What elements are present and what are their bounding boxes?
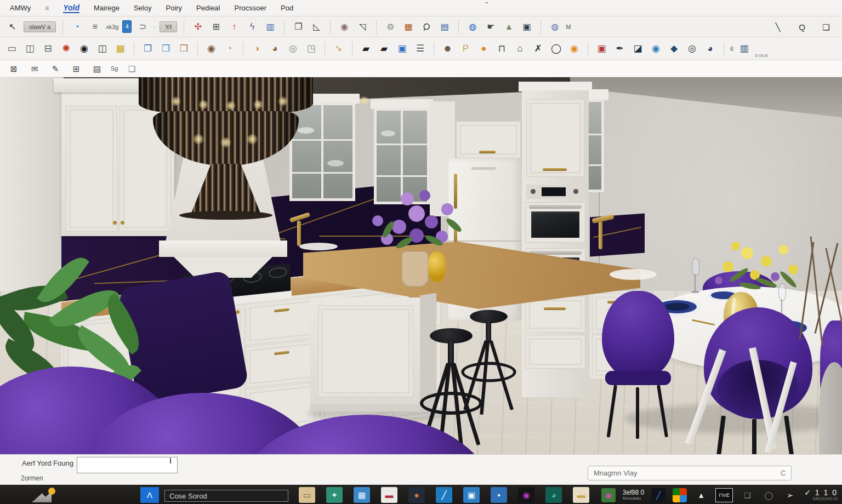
pen-stroke-icon[interactable]: ╲ [771,23,785,31]
taskbar-search[interactable]: Cose Sorod [164,490,288,502]
active-color-swatch[interactable]: 4 [122,20,132,33]
card-panel-icon[interactable]: ▤ [437,22,452,31]
design-app-icon[interactable]: ◉ [518,487,534,503]
layers-panel-icon[interactable]: ▥ [263,22,277,31]
weather-widget[interactable]: 3el98 0Mouuadu [623,489,644,501]
lens-circle-icon[interactable]: ◎ [286,44,300,53]
wood-circle-icon[interactable]: ◉ [204,44,219,53]
disc-icon[interactable]: ◉ [648,44,663,53]
hand-tool-icon[interactable]: ☛ [483,22,498,31]
store-app-icon[interactable]: ▪ [491,487,507,503]
window-panes-icon[interactable]: ❐ [291,22,305,31]
menu-item-poiry[interactable]: Poiry [166,4,182,12]
collapse-caret-icon[interactable]: ˆ [486,2,488,9]
doc-photo-icon[interactable]: ❒ [158,44,173,53]
measurement-box[interactable]: Mnagmn Vlay C [588,466,792,480]
lightning-icon[interactable]: ϟ [245,22,259,31]
photos-app-icon[interactable]: ▦ [354,487,370,503]
list-icon[interactable]: ☰ [413,44,428,53]
flip-cursor-icon[interactable]: ◹ [355,22,369,31]
teal-app-icon[interactable]: ◕ [545,487,562,503]
start-button[interactable] [32,488,64,502]
x-lines-icon[interactable]: ✗ [531,44,545,53]
easel-icon[interactable]: ⊓ [494,44,509,53]
menu-item-pod[interactable]: Pod [281,4,293,12]
sketch-pen-icon[interactable]: ✎ [48,65,62,73]
rotate-cursor-icon[interactable]: ◺ [309,22,323,31]
table-icon[interactable]: ▤ [90,65,104,73]
arc-icon[interactable]: ⊃ [135,22,150,31]
orange-half-circle-icon[interactable]: ◑ [249,44,264,53]
envelope-icon[interactable]: ✉ [27,65,42,73]
movies-app-icon[interactable]: ╱ [436,487,452,503]
zoom-tool-icon[interactable]: Ϙ [418,19,435,34]
building-icon[interactable]: ▥ [737,44,752,53]
orange-dot-icon[interactable]: ● [476,44,491,53]
browser-app-icon[interactable]: ● [408,487,425,503]
box-x-icon[interactable]: ⊠ [7,65,21,73]
screen-panel-icon[interactable]: ▣ [520,22,534,31]
portrait-icon[interactable]: ☻ [440,44,455,53]
dark-monitor-icon[interactable]: ◪ [630,44,645,53]
orbit-icon[interactable]: ◔ [70,22,84,31]
menu-item-seloy[interactable]: Seloy [134,4,152,12]
eye-icon[interactable]: ◉ [77,44,92,53]
up-arrow-icon[interactable]: ↑ [227,22,241,31]
slash-app-icon[interactable]: ╱ [651,488,665,502]
yellow-panel-icon[interactable]: ▩ [113,44,128,53]
pinned-app-icon[interactable]: Λ [140,487,159,503]
ink-pen-icon[interactable]: ✒ [612,44,627,53]
tray-window-icon[interactable]: ❏ [740,488,754,502]
camera-red-icon[interactable]: ▣ [594,44,609,53]
doc-tan-icon[interactable]: ❒ [177,44,191,53]
green-app-icon[interactable]: ✦ [326,487,343,503]
pie-circle-icon[interactable]: ◕ [703,44,718,53]
doc-blue-icon[interactable]: ❒ [140,44,155,53]
dark-plate2-icon[interactable]: ▰ [377,44,391,53]
yi-box-icon[interactable]: Y⁄I [160,21,177,32]
door-panel-icon[interactable]: ◫ [95,44,110,53]
materials-icon[interactable]: ▦ [401,22,416,31]
terrain-icon[interactable]: ▲ [502,22,516,31]
cart-sketch-icon[interactable]: ⌂ [513,44,527,53]
menu-item-amwy[interactable]: AMWy [10,4,31,12]
view-mode-button[interactable]: olawV a [24,21,56,32]
taskbar-clock[interactable]: ✓ 1 1 0ERICIUVIO IG [804,489,838,501]
check-circle-icon[interactable]: ◎ [685,44,699,53]
tray-circle-icon[interactable]: ◯ [761,488,776,502]
brown-circle-icon[interactable]: ◕ [268,44,282,53]
cream-circle-icon[interactable]: ◔ [222,44,237,53]
select-tool-icon[interactable]: ↖ [5,22,20,31]
frame-icon[interactable]: ▭ [4,44,19,53]
shield-icon[interactable]: ◆ [667,44,681,53]
globe-m-icon[interactable]: ◍ [548,22,562,31]
person-search-icon[interactable]: Q [795,23,809,31]
amber-ring-icon[interactable]: ◉ [567,44,582,53]
dark-plate-icon[interactable]: ▰ [359,44,373,53]
triangle-app-icon[interactable]: ▲ [694,488,708,502]
badge-app-icon[interactable]: ◉ [601,488,616,502]
page-flip-icon[interactable]: ❏ [124,65,139,73]
grid-icon[interactable]: ⊞ [69,65,83,73]
status-input[interactable] [77,457,178,473]
red-bird-icon[interactable]: ✺ [59,44,73,53]
ring-tool-icon[interactable]: ⊜ [383,22,397,31]
menu-item-procssoer[interactable]: Procssoer [234,4,266,12]
note-panel-icon[interactable]: ❏ [819,23,833,31]
probe-icon[interactable]: ◉ [337,22,351,31]
circle-outline-icon[interactable]: ◯ [549,44,564,53]
blue-tile-icon[interactable]: ▣ [395,44,409,53]
media-app-icon[interactable]: ▬ [381,487,397,503]
compass-icon[interactable]: ✣ [191,22,205,31]
kitchen-photo-canvas[interactable] [0,77,842,454]
p-badge-icon[interactable]: P [458,44,473,53]
split-panel-icon[interactable]: ⊞ [209,22,223,31]
tray-arrow-icon[interactable]: ➢ [783,488,797,502]
camera-app-icon[interactable]: ▣ [463,487,480,503]
window-split2-icon[interactable]: ⊟ [41,44,55,53]
shoe-icon[interactable]: ➘ [331,44,346,53]
menu-item-pedieal[interactable]: Pedieal [196,4,220,12]
five-box-icon[interactable]: ΓIVE [715,488,733,502]
menu-glyph-icon[interactable]: ≡ [45,4,49,12]
page-corner-icon[interactable]: ◳ [304,44,318,53]
